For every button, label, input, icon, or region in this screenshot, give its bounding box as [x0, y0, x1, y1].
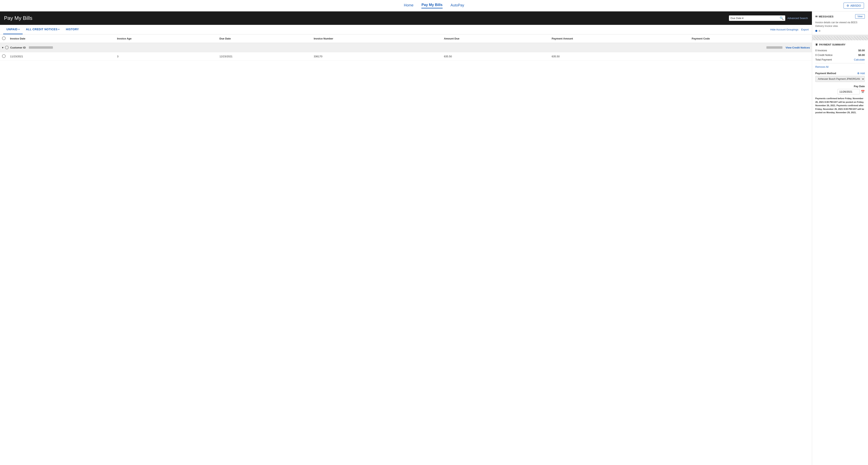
tab-all-credit-notices[interactable]: ALL CREDIT NOTICES ▾: [23, 25, 63, 34]
customer-group-row: ▾ Customer ID View Credit Notices: [0, 43, 812, 52]
invoices-label: 0 Invoices: [815, 49, 827, 52]
messages-text: Invoice details can be viewed via BEES D…: [815, 21, 865, 28]
payment-amount: 635.50: [550, 52, 690, 61]
chevron-down-icon: ▾: [58, 28, 60, 30]
messages-view-button[interactable]: View: [855, 14, 865, 19]
invoices-summary-row: 0 Invoices $0.00: [815, 49, 865, 52]
due-date: 12/23/2021: [217, 52, 312, 61]
pay-date-input-row: 📅: [815, 89, 865, 94]
invoices-value: $0.00: [858, 49, 865, 52]
col-invoice-number: Invoice Number: [312, 34, 442, 43]
credit-notice-summary-row: 0 Credit Notice $0.00: [815, 54, 865, 57]
payment-icon: 🖩: [815, 43, 818, 46]
tab-unpaid[interactable]: UNPAID ▾: [3, 25, 23, 34]
payment-method-header: Payment Method ⊕ Add: [815, 71, 865, 75]
payment-summary-section: 🖩 PAYMENT SUMMARY 0 Invoices $0.00 0 Cre…: [812, 40, 868, 117]
export-link[interactable]: Export: [801, 28, 809, 31]
section-divider: [815, 63, 865, 63]
row-radio[interactable]: [2, 54, 6, 58]
col-invoice-age: Invoice Age: [115, 34, 217, 43]
carousel-dots: [815, 30, 865, 32]
invoice-number: 336170: [312, 52, 442, 61]
payment-method-label: Payment Method: [815, 72, 836, 75]
tab-actions: Hide Account Groupings Export: [770, 28, 809, 31]
pay-date-section: Pay Date 📅: [815, 85, 865, 94]
page-title: Pay My Bills: [4, 15, 725, 21]
top-nav-links: Home Pay My Bills AutoPay: [404, 3, 464, 8]
hide-account-groupings-link[interactable]: Hide Account Groupings: [770, 28, 798, 31]
search-button[interactable]: 🔍: [780, 16, 784, 20]
total-payment-row: Total Payment Calculate: [815, 58, 865, 61]
invoice-date: 11/23/2021: [8, 52, 115, 61]
col-amount-due: Amount Due: [442, 34, 550, 43]
carousel-dot-2[interactable]: [818, 30, 820, 32]
tabs-bar: UNPAID ▾ ALL CREDIT NOTICES ▾ HISTORY Hi…: [0, 25, 812, 34]
search-area: Due Date ▾ 🔍 Advanced Search: [729, 16, 808, 21]
top-nav: Home Pay My Bills AutoPay ⚙ ABISDO: [0, 0, 868, 11]
payment-summary-title: 🖩 PAYMENT SUMMARY: [815, 43, 865, 46]
col-invoice-date: Invoice Date: [8, 34, 115, 43]
plus-circle-icon: ⊕: [857, 71, 860, 75]
col-select: [0, 34, 8, 43]
customer-radio[interactable]: [5, 46, 9, 49]
page-header: Pay My Bills Due Date ▾ 🔍 Advanced Searc…: [0, 11, 812, 25]
user-label: ABISDO: [850, 4, 861, 7]
col-due-date: Due Date: [217, 34, 312, 43]
advanced-search-link[interactable]: Advanced Search: [787, 17, 808, 20]
search-input[interactable]: [745, 17, 778, 20]
stripes-divider: [812, 36, 868, 40]
view-credit-notices-link[interactable]: View Credit Notices: [786, 46, 810, 49]
gear-icon: ⚙: [846, 4, 849, 7]
header-radio[interactable]: [2, 36, 6, 40]
amount-due: 635.50: [442, 52, 550, 61]
envelope-icon: ✉: [815, 15, 817, 18]
content-panel: Pay My Bills Due Date ▾ 🔍 Advanced Searc…: [0, 11, 812, 465]
table-row: 11/23/2021 3 12/23/2021 336170 635.50 63…: [0, 52, 812, 61]
tab-history[interactable]: HISTORY: [63, 25, 82, 34]
table-header-row: Invoice Date Invoice Age Due Date Invoic…: [0, 34, 812, 43]
user-button[interactable]: ⚙ ABISDO: [843, 3, 864, 9]
search-box: Due Date ▾ 🔍: [729, 16, 785, 21]
messages-header: ✉ MESSAGES View: [815, 14, 865, 19]
customer-id-label: Customer ID: [10, 46, 26, 49]
customer-id-secondary: [767, 46, 782, 49]
col-payment-amount: Payment Amount: [550, 34, 690, 43]
search-dropdown[interactable]: Due Date ▾: [731, 17, 744, 20]
invoice-table: Invoice Date Invoice Age Due Date Invoic…: [0, 34, 812, 61]
nav-pay-my-bills[interactable]: Pay My Bills: [422, 3, 442, 8]
payment-method-select[interactable]: Anheuser Busch Payment JPMORGAN CH: [815, 76, 865, 82]
collapse-chevron[interactable]: ▾: [2, 46, 3, 49]
table-area: Invoice Date Invoice Age Due Date Invoic…: [0, 34, 812, 465]
calendar-icon-button[interactable]: 📅: [861, 90, 865, 94]
credit-notice-label: 0 Credit Notice: [815, 54, 833, 57]
credit-notice-value: $0.00: [858, 54, 865, 57]
nav-home[interactable]: Home: [404, 3, 413, 8]
right-sidebar: ✉ MESSAGES View Invoice details can be v…: [812, 11, 868, 465]
payment-notice: Payments confirmed before Friday, Novemb…: [815, 97, 865, 115]
add-payment-method-link[interactable]: ⊕ Add: [857, 71, 865, 75]
total-payment-label: Total Payment: [815, 58, 832, 61]
calculate-link[interactable]: Calculate: [854, 58, 865, 61]
carousel-dot-1[interactable]: [815, 30, 817, 32]
invoice-age: 3: [115, 52, 217, 61]
pay-date-label: Pay Date: [815, 85, 865, 88]
nav-autopay[interactable]: AutoPay: [451, 3, 464, 8]
payment-method-section: Payment Method ⊕ Add Anheuser Busch Paym…: [815, 71, 865, 82]
chevron-down-icon: ▾: [19, 28, 20, 30]
messages-section: ✉ MESSAGES View Invoice details can be v…: [812, 11, 868, 36]
pay-date-input[interactable]: [838, 89, 860, 94]
col-payment-code: Payment Code: [690, 34, 812, 43]
payment-code: [690, 52, 812, 61]
remove-all-link[interactable]: Remove All: [815, 65, 865, 68]
messages-title: ✉ MESSAGES: [815, 15, 834, 18]
main-wrapper: Pay My Bills Due Date ▾ 🔍 Advanced Searc…: [0, 11, 868, 465]
customer-id-value: [29, 46, 53, 49]
